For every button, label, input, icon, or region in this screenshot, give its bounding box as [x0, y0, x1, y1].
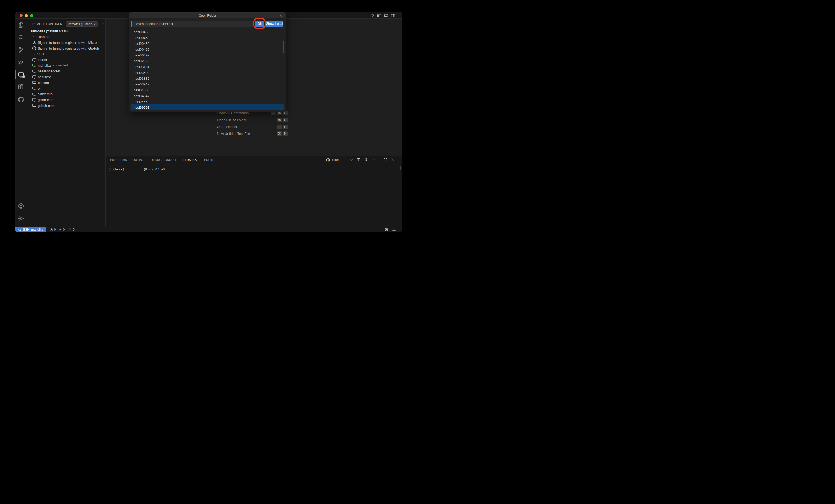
tree-item-eri[interactable]: eri — [27, 85, 105, 91]
sidebar-more-actions-button[interactable] — [100, 22, 104, 26]
vm-icon — [32, 86, 38, 90]
folder-option-nesi00497[interactable]: nesi00497 — [130, 52, 284, 58]
watermark-command-label: Open Recent — [217, 125, 277, 129]
minimize-window-button[interactable] — [25, 14, 28, 17]
panel-tab-debug-console[interactable]: DEBUG CONSOLE — [151, 156, 177, 164]
key-chip: ^ — [277, 124, 282, 129]
remote-scope-value: Remotes (Tunnels — [68, 22, 93, 26]
folder-option-label: nesi02659 — [134, 59, 149, 63]
close-window-button[interactable] — [20, 14, 23, 17]
activity-item-github[interactable] — [15, 93, 27, 105]
folder-option-label: nesi04547 — [134, 94, 149, 98]
azure-icon — [32, 41, 38, 45]
shell-label[interactable]: bash — [332, 158, 339, 162]
tree-item-nesilander-test[interactable]: nesilander-test — [27, 68, 105, 74]
zoom-window-button[interactable] — [30, 14, 33, 17]
keybinding: ^R — [277, 124, 288, 129]
show-local-button[interactable]: Show Local — [265, 21, 283, 27]
tree-item-sign-in-to-tunnels-registered-with-github[interactable]: Sign in to tunnels registered with GitHu… — [27, 45, 105, 51]
folder-option-nesi04547[interactable]: nesi04547 — [130, 93, 284, 99]
panel-tab-terminal[interactable]: TERMINAL — [183, 156, 199, 164]
remote-scope-select[interactable]: Remotes (Tunnels — [66, 21, 98, 27]
folder-option-nesi04562[interactable]: nesi04562 — [130, 99, 284, 104]
folder-option-label: nesi03886 — [134, 77, 149, 80]
folder-option-nesi00460[interactable]: nesi00460 — [130, 41, 284, 46]
folder-option-nesi03509[interactable]: nesi03509 — [130, 70, 284, 76]
toggle-panel-button[interactable] — [384, 14, 388, 18]
notifications-bell-button[interactable] — [392, 227, 396, 232]
watermark-row: Open Recent^R — [217, 123, 288, 130]
dialog-scrollbar-thumb[interactable] — [283, 41, 285, 53]
folder-option-nesi03886[interactable]: nesi03886 — [130, 76, 284, 81]
folder-option-nesi03181[interactable]: nesi03181 — [130, 64, 284, 70]
tree-item-label: github.com — [38, 104, 55, 108]
close-panel-button[interactable] — [391, 158, 395, 162]
folder-path-value: /nesi/nobackup/nesi99991 — [134, 22, 174, 26]
new-terminal-button[interactable] — [342, 158, 346, 162]
tree-item-label: Sign in to tunnels registered with GitHu… — [38, 46, 99, 51]
remotes-section-header[interactable]: REMOTES (TUNNELS/SSH) — [27, 28, 105, 34]
tree-item-github-com[interactable]: github.com — [27, 103, 105, 108]
tree-item-gitlab-com[interactable]: gitlab.com — [27, 97, 105, 103]
activity-item-explorer[interactable] — [15, 19, 27, 31]
remote-icon — [18, 228, 22, 231]
folder-path-input[interactable]: /nesi/nobackup/nesi99991 — [131, 21, 254, 27]
tree-item-nesi-test[interactable]: nesi-test — [27, 74, 105, 80]
ok-button[interactable]: OK — [256, 21, 264, 27]
key-chip: ⌘ — [277, 132, 282, 136]
tree-item-lander[interactable]: lander — [27, 57, 105, 63]
error-count: 0 — [54, 228, 56, 231]
folder-option-label: nesi00465 — [134, 47, 149, 52]
tree-item-sign-in-to-tunnels-registered-with-micro[interactable]: Sign in to tunnels registered with Micro… — [27, 40, 105, 46]
search-icon — [18, 34, 24, 41]
folder-option-nesi00458[interactable]: nesi00458 — [130, 29, 284, 35]
key-chip: O — [283, 118, 288, 122]
problems-status-button[interactable]: 0 0 — [49, 228, 65, 231]
terminal-more-actions-button[interactable] — [371, 158, 375, 162]
folder-option-nesi99991[interactable]: nesi99991 — [130, 104, 284, 110]
toggle-secondary-sidebar-button[interactable] — [391, 14, 395, 18]
key-chip: N — [283, 132, 288, 136]
kill-terminal-button[interactable] — [364, 158, 368, 162]
tree-item-label: Sign in to tunnels registered with Micro… — [38, 41, 100, 45]
panel-tab-ports[interactable]: PORTS — [204, 156, 215, 164]
activity-item-settings[interactable] — [15, 212, 27, 225]
terminal-prompt-line[interactable]: (base) @login03:~$ — [109, 167, 165, 171]
folder-option-nesi03947[interactable]: nesi03947 — [130, 81, 284, 87]
vm-icon — [32, 80, 38, 85]
tree-item-simvemto[interactable]: simvemto — [27, 91, 105, 97]
open-folder-dialog: Open Folder /nesi/nobackup/nesi99991 OK … — [129, 13, 286, 112]
activity-item-extensions[interactable] — [15, 81, 27, 93]
activity-item-source-control[interactable] — [15, 43, 27, 56]
tree-item-ssh[interactable]: SSH — [27, 51, 105, 57]
split-terminal-button[interactable] — [357, 158, 361, 162]
activity-item-run-and-debug[interactable] — [15, 56, 27, 68]
launch-profile-chevron[interactable] — [349, 158, 353, 162]
customize-layout-button[interactable] — [370, 14, 374, 18]
tree-item-label: lander — [38, 58, 47, 62]
folder-option-nesi04305[interactable]: nesi04305 — [130, 87, 284, 93]
folder-option-label: nesi03181 — [134, 65, 149, 69]
remote-indicator-button[interactable]: SSH: mahuika — [15, 227, 46, 232]
maximize-panel-button[interactable] — [383, 158, 387, 162]
ports-status-button[interactable]: 0 — [68, 228, 75, 231]
tree-item-label: SSH — [37, 52, 44, 56]
tree-item-bastion[interactable]: bastion — [27, 80, 105, 86]
activity-item-search[interactable] — [15, 31, 27, 43]
folder-option-nesi02659[interactable]: nesi02659 — [130, 58, 284, 64]
activity-item-remote-explorer[interactable]: >< — [15, 68, 27, 81]
copilot-status-button[interactable] — [384, 227, 388, 232]
ok-button-label: OK — [257, 22, 262, 26]
panel-tab-problems[interactable]: PROBLEMS — [110, 156, 127, 164]
tree-item-tunnels[interactable]: Tunnels — [27, 34, 105, 40]
panel-tab-output[interactable]: OUTPUT — [133, 156, 145, 164]
activity-item-accounts[interactable] — [15, 200, 27, 212]
terminal-scrollbar[interactable] — [400, 166, 401, 170]
tree-item-label: nesi-test — [38, 75, 51, 79]
toggle-primary-sidebar-button[interactable] — [377, 14, 381, 18]
connection-status-label: connected — [53, 64, 67, 67]
folder-option-label: nesi99991 — [134, 105, 149, 109]
folder-option-nesi00459[interactable]: nesi00459 — [130, 35, 284, 41]
folder-option-nesi00465[interactable]: nesi00465 — [130, 46, 284, 52]
tree-item-mahuika[interactable]: mahuikaconnected — [27, 63, 105, 68]
